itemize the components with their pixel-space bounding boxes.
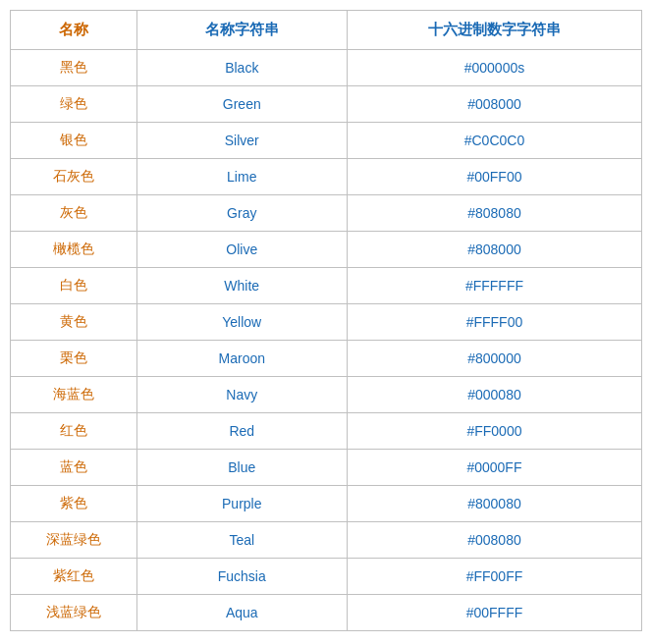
cell-hex: #008080 (347, 522, 641, 559)
cell-hex: #808080 (347, 195, 641, 232)
cell-name: 紫红色 (11, 559, 137, 595)
header-hex: 十六进制数字字符串 (347, 11, 641, 50)
table-row: 黄色Yellow#FFFF00 (11, 304, 642, 341)
cell-name: 浅蓝绿色 (11, 595, 137, 631)
cell-hex: #000080 (347, 377, 641, 413)
table-row: 绿色Green#008000 (11, 86, 642, 123)
cell-name-str: White (136, 268, 347, 304)
cell-name-str: Red (136, 413, 347, 450)
cell-name-str: Blue (136, 450, 347, 486)
table-row: 紫色Purple#800080 (11, 486, 642, 522)
cell-hex: #00FF00 (347, 159, 641, 195)
cell-hex: #808000 (347, 232, 641, 268)
cell-name-str: Navy (136, 377, 347, 413)
table-row: 灰色Gray#808080 (11, 195, 642, 232)
table-body: 黑色Black#000000s绿色Green#008000银色Silver#C0… (11, 50, 642, 631)
cell-name: 灰色 (11, 195, 137, 232)
cell-hex: #00FFFF (347, 595, 641, 631)
color-table-container: 名称 名称字符串 十六进制数字字符串 黑色Black#000000s绿色Gree… (10, 10, 642, 631)
cell-name: 栗色 (11, 341, 137, 377)
cell-name: 绿色 (11, 86, 137, 123)
cell-name-str: Teal (136, 522, 347, 559)
table-row: 石灰色Lime#00FF00 (11, 159, 642, 195)
cell-hex: #FFFF00 (347, 304, 641, 341)
cell-hex: #800080 (347, 486, 641, 522)
table-row: 栗色Maroon#800000 (11, 341, 642, 377)
table-row: 浅蓝绿色Aqua#00FFFF (11, 595, 642, 631)
table-row: 白色White#FFFFFF (11, 268, 642, 304)
table-row: 银色Silver#C0C0C0 (11, 123, 642, 159)
table-row: 橄榄色Olive#808000 (11, 232, 642, 268)
cell-hex: #008000 (347, 86, 641, 123)
cell-hex: #C0C0C0 (347, 123, 641, 159)
cell-name: 石灰色 (11, 159, 137, 195)
table-row: 紫红色Fuchsia#FF00FF (11, 559, 642, 595)
cell-name: 红色 (11, 413, 137, 450)
cell-name: 深蓝绿色 (11, 522, 137, 559)
cell-name: 银色 (11, 123, 137, 159)
cell-name: 蓝色 (11, 450, 137, 486)
table-header-row: 名称 名称字符串 十六进制数字字符串 (11, 11, 642, 50)
color-table: 名称 名称字符串 十六进制数字字符串 黑色Black#000000s绿色Gree… (10, 10, 642, 631)
cell-name-str: Green (136, 86, 347, 123)
table-row: 海蓝色Navy#000080 (11, 377, 642, 413)
cell-hex: #FF00FF (347, 559, 641, 595)
cell-name-str: Yellow (136, 304, 347, 341)
cell-name: 橄榄色 (11, 232, 137, 268)
cell-name-str: Gray (136, 195, 347, 232)
cell-hex: #800000 (347, 341, 641, 377)
cell-name-str: Black (136, 50, 347, 86)
cell-hex: #000000s (347, 50, 641, 86)
cell-hex: #0000FF (347, 450, 641, 486)
header-name: 名称 (11, 11, 137, 50)
cell-name-str: Maroon (136, 341, 347, 377)
header-name-str: 名称字符串 (136, 11, 347, 50)
cell-name: 黑色 (11, 50, 137, 86)
cell-name-str: Lime (136, 159, 347, 195)
cell-name-str: Aqua (136, 595, 347, 631)
cell-name: 海蓝色 (11, 377, 137, 413)
table-row: 黑色Black#000000s (11, 50, 642, 86)
cell-name: 黄色 (11, 304, 137, 341)
cell-name-str: Purple (136, 486, 347, 522)
cell-name: 白色 (11, 268, 137, 304)
cell-hex: #FFFFFF (347, 268, 641, 304)
table-row: 蓝色Blue#0000FF (11, 450, 642, 486)
cell-name-str: Olive (136, 232, 347, 268)
cell-name: 紫色 (11, 486, 137, 522)
cell-hex: #FF0000 (347, 413, 641, 450)
table-row: 红色Red#FF0000 (11, 413, 642, 450)
cell-name-str: Silver (136, 123, 347, 159)
table-row: 深蓝绿色Teal#008080 (11, 522, 642, 559)
cell-name-str: Fuchsia (136, 559, 347, 595)
